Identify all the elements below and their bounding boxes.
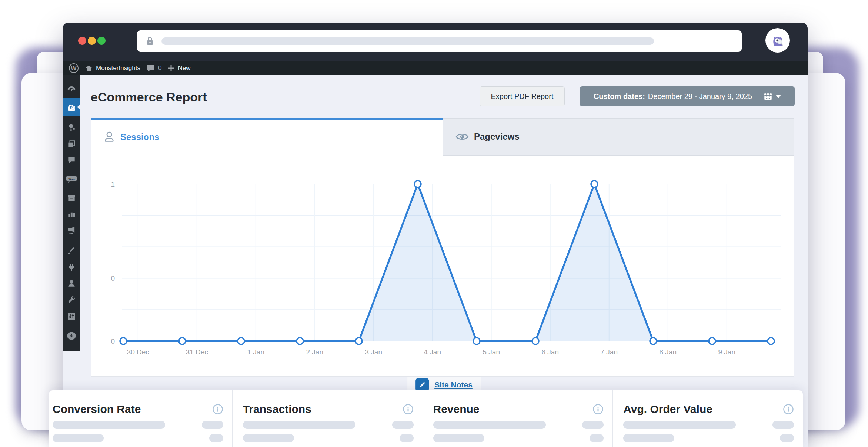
- archive-box-icon: [67, 193, 76, 203]
- custom-dates-button[interactable]: Custom dates: December 29 - January 9, 2…: [580, 86, 795, 106]
- maximize-window-button[interactable]: [97, 37, 106, 45]
- wp-sidebar: Woo: [63, 75, 80, 351]
- monsterinsights-icon: [66, 101, 77, 113]
- lightning-icon: [66, 331, 77, 341]
- minimize-window-button[interactable]: [88, 37, 96, 45]
- comment-count: 0: [158, 64, 161, 72]
- chevron-down-icon: [776, 95, 781, 98]
- svg-text:Woo: Woo: [68, 177, 74, 181]
- posts-pin-icon: [67, 123, 76, 133]
- sidebar-item-settings[interactable]: [63, 308, 80, 324]
- card-title: Conversion Rate: [53, 403, 141, 416]
- new-content-menu-item[interactable]: New: [164, 61, 193, 75]
- svg-text:3 Jan: 3 Jan: [365, 348, 382, 356]
- site-name: MonsterInsights: [96, 64, 140, 72]
- card-revenue: Revenue: [423, 390, 613, 447]
- sidebar-item-dashboard[interactable]: [63, 81, 80, 98]
- sessions-chart: 10030 Dec31 Dec1 Jan2 Jan3 Jan4 Jan5 Jan…: [91, 156, 794, 376]
- info-icon[interactable]: [592, 404, 604, 415]
- comments-menu-item[interactable]: 0: [143, 61, 164, 75]
- info-icon[interactable]: [783, 404, 794, 415]
- svg-text:30 Dec: 30 Dec: [127, 348, 149, 356]
- comment-bubble-icon: [146, 64, 155, 72]
- profile-avatar[interactable]: [765, 28, 790, 53]
- dates-label: Custom dates:: [594, 92, 645, 101]
- sidebar-item-performance[interactable]: [63, 328, 80, 344]
- sidebar-item-posts[interactable]: [63, 120, 80, 136]
- skeleton-row: [623, 434, 794, 442]
- site-notes-link[interactable]: Site Notes: [434, 380, 473, 389]
- card-title: Transactions: [243, 403, 311, 416]
- plugin-icon: [67, 263, 76, 272]
- report-tabs: Sessions Pageviews: [91, 118, 794, 156]
- chart-card: Sessions Pageviews 10030 Dec31 D: [91, 118, 794, 377]
- sidebar-item-tools[interactable]: [63, 292, 80, 308]
- site-menu-item[interactable]: MonsterInsights: [82, 61, 143, 75]
- address-bar[interactable]: [137, 30, 742, 52]
- page-title: eCommerce Report: [91, 90, 207, 104]
- card-conversion-rate: Conversion Rate: [49, 390, 232, 447]
- plus-icon: [167, 64, 175, 72]
- card-title: Avg. Order Value: [623, 403, 712, 416]
- sidebar-item-monsterinsights[interactable]: [63, 98, 80, 116]
- svg-text:31 Dec: 31 Dec: [186, 348, 208, 356]
- home-icon: [85, 64, 93, 72]
- calendar-icon: [763, 91, 773, 101]
- media-icon: [67, 139, 76, 149]
- sidebar-item-analytics[interactable]: [63, 206, 80, 222]
- skeleton-row: [243, 421, 414, 429]
- skeleton-row: [433, 434, 604, 442]
- browser-chrome: [63, 23, 808, 61]
- info-icon[interactable]: [212, 404, 223, 415]
- svg-text:0: 0: [111, 274, 115, 282]
- tab-sessions[interactable]: Sessions: [91, 118, 443, 156]
- new-label: New: [178, 64, 190, 72]
- wordpress-logo-icon[interactable]: W: [66, 61, 82, 75]
- brush-icon: [67, 246, 76, 256]
- sidebar-item-marketing[interactable]: [63, 222, 80, 238]
- svg-text:1: 1: [111, 180, 115, 188]
- site-notes-pencil-badge[interactable]: [415, 378, 429, 391]
- tab-sessions-label: Sessions: [120, 132, 159, 142]
- monster-mascot-icon: [769, 32, 786, 49]
- comments-icon: [67, 155, 76, 165]
- sidebar-item-appearance[interactable]: [63, 243, 80, 259]
- updown-arrows-icon: [67, 311, 76, 321]
- dashboard-icon: [66, 84, 77, 95]
- skeleton-row: [53, 421, 223, 429]
- sidebar-item-comments[interactable]: [63, 152, 80, 168]
- wp-admin-bar: W MonsterInsights 0 New: [63, 61, 808, 75]
- sidebar-item-media[interactable]: [63, 136, 80, 152]
- sidebar-item-products[interactable]: [63, 190, 80, 206]
- svg-text:8 Jan: 8 Jan: [660, 348, 677, 356]
- svg-text:2 Jan: 2 Jan: [306, 348, 323, 356]
- pencil-icon: [418, 381, 426, 389]
- sidebar-item-woocommerce[interactable]: Woo: [63, 171, 80, 187]
- svg-text:1 Jan: 1 Jan: [247, 348, 264, 356]
- sidebar-item-plugins[interactable]: [63, 259, 80, 276]
- svg-text:7 Jan: 7 Jan: [601, 348, 618, 356]
- megaphone-icon: [66, 225, 77, 236]
- eye-icon: [455, 131, 469, 142]
- sidebar-item-users[interactable]: [63, 275, 80, 291]
- tab-pageviews-label: Pageviews: [474, 131, 520, 142]
- export-pdf-button[interactable]: Export PDF Report: [480, 86, 565, 106]
- dates-value: December 29 - January 9, 2025: [648, 92, 752, 101]
- svg-text:6 Jan: 6 Jan: [542, 348, 559, 356]
- summary-panel: Conversion Rate Transactions: [49, 390, 803, 447]
- browser-window: W MonsterInsights 0 New: [63, 23, 808, 447]
- sessions-chart-area: 10030 Dec31 Dec1 Jan2 Jan3 Jan4 Jan5 Jan…: [91, 156, 794, 376]
- svg-text:W: W: [71, 65, 77, 71]
- card-title: Revenue: [433, 403, 480, 416]
- woocommerce-icon: Woo: [66, 174, 77, 184]
- close-window-button[interactable]: [78, 37, 86, 45]
- skeleton-row: [243, 434, 414, 442]
- svg-text:5 Jan: 5 Jan: [483, 348, 500, 356]
- users-icon: [67, 278, 76, 288]
- person-icon: [103, 131, 115, 143]
- tab-pageviews[interactable]: Pageviews: [443, 118, 794, 156]
- info-icon[interactable]: [403, 404, 414, 415]
- wrench-icon: [67, 295, 76, 305]
- analytics-bars-icon: [67, 209, 76, 219]
- card-transactions: Transactions: [232, 390, 423, 447]
